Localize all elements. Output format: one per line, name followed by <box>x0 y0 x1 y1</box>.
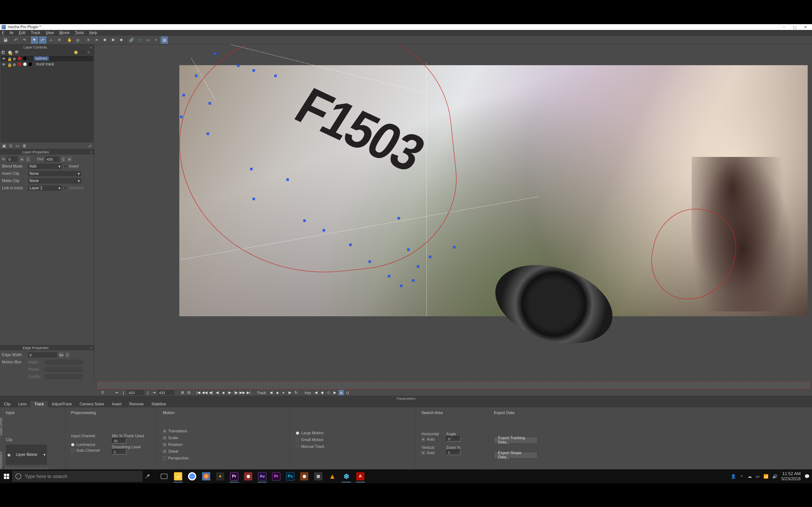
smoothing-field[interactable] <box>112 449 126 455</box>
go-end-icon[interactable]: ▶| <box>246 390 251 395</box>
tab-insert[interactable]: Insert <box>108 401 125 407</box>
premiere-icon[interactable]: Pr <box>227 470 241 483</box>
chrome-icon[interactable] <box>186 470 199 483</box>
spline-point[interactable] <box>274 74 277 77</box>
menu-movie[interactable]: Movie <box>59 31 69 35</box>
spline-point[interactable] <box>368 261 371 263</box>
hatched-checkbox[interactable] <box>64 186 67 190</box>
spline-point[interactable] <box>429 256 432 258</box>
explorer-icon[interactable]: 📁 <box>171 470 185 483</box>
show-bbox[interactable]: ✕ <box>93 37 100 44</box>
rect-icon[interactable]: ▭ <box>144 37 152 44</box>
close-icon[interactable]: × <box>90 150 92 154</box>
play-back-icon[interactable]: ◀ <box>215 390 220 395</box>
expand-icon[interactable]: ⤢ <box>87 144 93 149</box>
save-button[interactable] <box>2 37 9 44</box>
autochannel-radio[interactable] <box>71 449 74 452</box>
start-button[interactable] <box>1 471 12 482</box>
perspective-checkbox[interactable] <box>163 457 166 460</box>
collapse-icon[interactable]: ▣ <box>1 144 7 149</box>
spline-point[interactable] <box>349 243 352 246</box>
resolve-icon[interactable] <box>200 470 213 483</box>
tab-clip[interactable]: Clip <box>0 401 14 407</box>
rotation-checkbox[interactable]: ✕ <box>163 443 166 446</box>
spline-point[interactable] <box>400 285 402 287</box>
app-icon-2[interactable]: ⬢ <box>242 470 255 483</box>
lasso-icon[interactable]: ◌ <box>136 37 143 44</box>
export-shape-button[interactable]: Export Shape Data... <box>494 452 538 458</box>
wifi-icon[interactable]: 📶 <box>763 474 768 479</box>
key-next-icon[interactable]: ▶ <box>332 390 338 395</box>
edge-width-field[interactable] <box>28 352 57 357</box>
volume-icon[interactable]: 🔊 <box>772 474 777 479</box>
minimize-button[interactable]: – <box>779 24 789 30</box>
notifications-icon[interactable]: 💬 <box>805 474 810 479</box>
battery-icon[interactable]: ▭ <box>756 474 760 479</box>
scale-checkbox[interactable]: ✕ <box>163 436 166 440</box>
in-set[interactable]: | <box>26 157 30 162</box>
export-tracking-button[interactable]: Export Tracking Data... <box>494 437 538 444</box>
out-flag-icon[interactable]: ⇥ <box>151 390 157 395</box>
in-field[interactable] <box>7 157 18 162</box>
key-del-icon[interactable]: ◇ <box>326 390 331 395</box>
large-motion-radio[interactable] <box>296 432 299 435</box>
delete-icon[interactable]: 🗑 <box>22 144 27 149</box>
dope-sheet-tab[interactable]: Dope Sheet <box>0 412 3 441</box>
spline-point[interactable] <box>253 198 255 200</box>
spline-point[interactable] <box>180 116 183 118</box>
show-planar[interactable]: ✕ <box>85 37 92 44</box>
matte-clip-combo[interactable]: None▾ <box>28 178 81 183</box>
tab-camerasolve[interactable]: Camera Solve <box>76 401 108 407</box>
bspline-tool[interactable] <box>39 37 46 44</box>
spline-point[interactable] <box>453 246 456 248</box>
in-flag-icon[interactable]: ⇤ <box>114 390 120 395</box>
after-effects-icon[interactable]: Ae <box>256 470 269 483</box>
frame-field-2[interactable]: 433 <box>158 390 174 395</box>
menu-view[interactable]: View <box>46 31 54 35</box>
step-back-icon[interactable]: ◀◀ <box>202 390 207 395</box>
timeline-ruler[interactable] <box>97 381 811 389</box>
layer-row[interactable]: 👁🔒⚙ splines <box>0 56 94 61</box>
layer-row[interactable]: 👁🔒⚙ truck track <box>0 61 94 67</box>
clock[interactable]: 11:52 AM 5/23/2018 <box>781 471 801 481</box>
spline-point[interactable] <box>253 69 255 72</box>
track-fwd-icon[interactable]: ▶ <box>287 390 293 395</box>
v-auto-checkbox[interactable]: ✕ <box>421 451 425 455</box>
close-icon[interactable]: × <box>90 346 92 350</box>
photoshop-icon[interactable]: Ps <box>284 470 297 483</box>
undo-button[interactable]: ↶ <box>12 37 19 44</box>
close-button[interactable]: ✕ <box>800 24 811 30</box>
manual-track-radio[interactable] <box>296 445 299 448</box>
out-step-up[interactable]: ▸ <box>67 157 72 162</box>
link-icon[interactable]: 🔗 <box>128 37 135 44</box>
spline-point[interactable] <box>323 229 325 231</box>
step-fwd-icon[interactable]: ▶▶ <box>240 390 245 395</box>
track-fwd-1-icon[interactable]: ▸ <box>281 390 286 395</box>
spline-point[interactable] <box>209 102 211 105</box>
spline-point[interactable] <box>207 132 209 135</box>
menu-file[interactable]: File <box>2 31 13 35</box>
tray-chevron-icon[interactable]: ＾ <box>740 474 744 479</box>
spline-point[interactable] <box>286 178 289 181</box>
frame-field[interactable]: 433 <box>127 390 144 395</box>
tab-stabilize[interactable]: Stabilize <box>148 401 170 407</box>
spline-point[interactable] <box>214 52 216 55</box>
spline-point[interactable] <box>250 168 253 170</box>
track-loop-icon[interactable]: ↻ <box>294 390 299 395</box>
uberkey-icon[interactable]: Ü <box>345 390 350 395</box>
maximize-button[interactable]: ▢ <box>789 24 800 30</box>
set-out-icon[interactable]: ] <box>145 390 150 395</box>
spline-point[interactable] <box>303 219 306 222</box>
duplicate-icon[interactable]: ⎘ <box>8 144 13 149</box>
luminance-radio[interactable] <box>71 443 74 446</box>
angle-field[interactable] <box>446 436 461 442</box>
spline-point[interactable] <box>195 74 197 77</box>
mocha-icon[interactable]: ⬣ <box>298 470 311 483</box>
show-spline[interactable]: ✱ <box>101 37 108 44</box>
group-icon[interactable]: ▭ <box>15 144 20 149</box>
track-stop-icon[interactable]: ■ <box>275 390 280 395</box>
tab-adjusttrack[interactable]: AdjustTrack <box>48 401 76 407</box>
add-point-tool[interactable]: ✛ <box>56 37 63 44</box>
play-icon[interactable]: ▶ <box>227 390 233 395</box>
tab-track[interactable]: Track <box>31 401 48 407</box>
